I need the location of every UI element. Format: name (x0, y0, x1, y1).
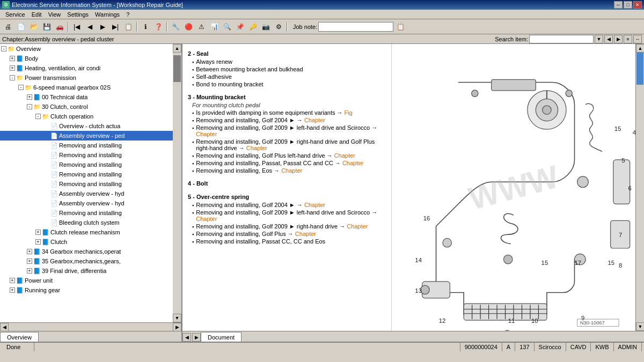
tree-item[interactable]: 📄Bleeding clutch system (0, 218, 173, 227)
nav-last[interactable]: ▶| (109, 21, 121, 33)
tool2[interactable]: 🔴 (182, 21, 194, 33)
tab-overview[interactable]: Overview (0, 332, 39, 342)
tree-item[interactable]: 📄Assembly overview - hyd (0, 198, 173, 208)
nav-prev[interactable]: ◀ (84, 21, 96, 33)
tool8[interactable]: 📷 (260, 21, 272, 33)
tree-expander[interactable]: - (35, 114, 41, 119)
tree-item[interactable]: +📘Body (0, 54, 173, 63)
tree-scroll-left[interactable]: ◀ (0, 323, 9, 331)
tree-expander[interactable]: + (10, 56, 15, 61)
print-button[interactable]: 🖨 (2, 21, 14, 33)
search-next-button[interactable]: ▶ (614, 35, 623, 43)
open-button[interactable]: 📂 (28, 21, 40, 33)
tool3[interactable]: ⚠ (195, 21, 207, 33)
minimize-button[interactable]: ─ (614, 1, 623, 9)
tab-document[interactable]: Document (201, 332, 241, 342)
tree-expander[interactable]: + (35, 239, 41, 245)
tree-item[interactable]: +📘Heating, ventilation, air condi (0, 63, 173, 73)
chapter-link[interactable]: Chapter (295, 231, 316, 237)
chapter-link[interactable]: Chapter (281, 167, 302, 174)
close-button[interactable]: ✕ (633, 1, 642, 9)
tree-item[interactable]: +📘34 Gearbox mechanics,operat (0, 247, 173, 256)
tree-scroll-right[interactable]: ▶ (173, 323, 181, 331)
info-button[interactable]: ℹ (140, 21, 151, 33)
chapter-link[interactable]: Chapter (196, 216, 217, 222)
search-option1[interactable]: ≡ (624, 35, 632, 43)
tree-item[interactable]: +📘35 Gearbox,mechanics,gears, (0, 256, 173, 266)
tree-item[interactable]: 📄Removing and installing (0, 150, 173, 160)
tree-item[interactable]: +📘00 Technical data (0, 92, 173, 102)
tool5[interactable]: 🔍 (221, 21, 233, 33)
nav-next[interactable]: ▶ (97, 21, 108, 33)
diagram-scroll-up[interactable]: ▲ (636, 44, 644, 53)
search-input[interactable] (529, 35, 594, 43)
tree-expander[interactable]: + (10, 278, 15, 283)
tool7[interactable]: 🔑 (247, 21, 259, 33)
tree-item[interactable]: 📄Overview - clutch actua (0, 121, 173, 131)
tree-expander[interactable]: + (27, 249, 32, 254)
tree-item[interactable]: 📄Removing and installing (0, 160, 173, 169)
maximize-button[interactable]: □ (624, 1, 632, 9)
menu-edit[interactable]: Edit (28, 11, 45, 18)
job-note-btn[interactable]: 📋 (394, 21, 406, 33)
menu-help[interactable]: ? (123, 11, 133, 18)
tool6[interactable]: 📌 (234, 21, 246, 33)
search-go-button[interactable]: ▼ (595, 35, 603, 43)
tree-expander[interactable]: + (27, 94, 32, 100)
tree-scroll-up[interactable]: ▲ (173, 44, 181, 53)
tool1[interactable]: 🔧 (170, 21, 181, 33)
tree-item[interactable]: 📄Removing and installing (0, 208, 173, 218)
tree-expander[interactable]: - (1, 46, 6, 51)
tree-item[interactable]: -📁30 Clutch, control (0, 102, 173, 112)
tree-item[interactable]: 📄Removing and installing (0, 169, 173, 179)
new-button[interactable]: 📄 (15, 21, 27, 33)
tree-expander[interactable]: + (10, 65, 15, 71)
tree-item[interactable]: +📘Power unit (0, 276, 173, 285)
menu-service[interactable]: Service (2, 11, 28, 18)
job-note-input[interactable] (318, 22, 393, 32)
tree-item[interactable]: -📁Clutch operation (0, 112, 173, 121)
car-button[interactable]: 🚗 (54, 21, 65, 33)
chapter-link[interactable]: Chapter (342, 160, 363, 166)
chapter-link[interactable]: Chapter (246, 145, 267, 151)
search-prev-button[interactable]: ◀ (604, 35, 613, 43)
tree-item[interactable]: -📁6-speed manual gearbox 02S (0, 83, 173, 92)
tree-expander[interactable]: + (10, 287, 15, 293)
doc-tab-scroll-right[interactable]: ▶ (192, 333, 201, 342)
chapter-link[interactable]: Chapter (334, 152, 355, 159)
chapter-link[interactable]: Chapter (196, 131, 217, 137)
tree-expander[interactable]: + (27, 258, 32, 264)
menu-settings[interactable]: Settings (64, 11, 92, 18)
search-option2[interactable]: ↔ (633, 35, 642, 43)
doc-tab-scroll-left[interactable]: ◀ (182, 333, 191, 342)
tree-scroll-thumb[interactable] (173, 55, 181, 82)
menu-warnings[interactable]: Warnings (92, 11, 123, 18)
tree-item[interactable]: 📄Removing and installing (0, 141, 173, 150)
nav-doc[interactable]: 📋 (122, 21, 134, 33)
tree-item[interactable]: +📘Running gear (0, 285, 173, 295)
chapter-link[interactable]: Chapter (304, 117, 325, 123)
tree-expander[interactable]: + (27, 268, 32, 274)
tree-item[interactable]: +📘Clutch release mechanism (0, 227, 173, 237)
tool9[interactable]: ⚙ (273, 21, 284, 33)
tree-expander[interactable]: - (27, 104, 32, 109)
tree-item[interactable]: +📘39 Final drive, differentia (0, 266, 173, 276)
save-button[interactable]: 💾 (41, 21, 53, 33)
help-button[interactable]: ❓ (152, 21, 164, 33)
tree-item[interactable]: +📘Clutch (0, 237, 173, 247)
chapter-link[interactable]: Fig (345, 109, 353, 116)
nav-first[interactable]: |◀ (71, 21, 83, 33)
tree-scroll-down[interactable]: ▼ (173, 314, 181, 322)
tree-item[interactable]: -📁Power transmission (0, 73, 173, 83)
menu-view[interactable]: View (45, 11, 64, 18)
tree-item[interactable]: 📄Removing and installing (0, 179, 173, 189)
tree-item[interactable]: 📄Assembly overview - hyd (0, 189, 173, 198)
tree-expander[interactable]: - (10, 75, 15, 80)
tool4[interactable]: 📊 (208, 21, 220, 33)
diagram-scroll-thumb[interactable] (636, 53, 643, 85)
tree-item[interactable]: 📄Assembly overview - ped (0, 131, 173, 141)
tree-expander[interactable]: + (35, 230, 41, 235)
chapter-link[interactable]: Chapter (347, 223, 368, 230)
tree-expander[interactable]: - (18, 85, 24, 90)
chapter-link[interactable]: Chapter (304, 202, 325, 208)
